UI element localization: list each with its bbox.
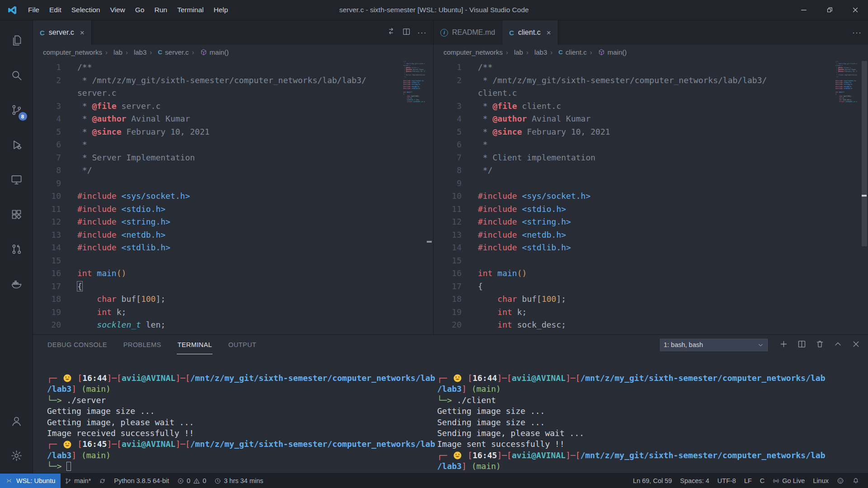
editor-scrollbar[interactable] (862, 61, 867, 246)
more-actions-icon[interactable]: ··· (417, 28, 427, 38)
code-line[interactable]: 9 (434, 177, 868, 190)
code-line[interactable]: 1/** (434, 61, 868, 74)
menu-go[interactable]: Go (130, 4, 150, 16)
terminal-line[interactable]: /lab3] (main) (47, 384, 435, 394)
terminal-line[interactable]: ┌─ [16:44]─[avii@AVINAL]─[/mnt/z/my_git/… (47, 373, 435, 384)
panel-tab-output[interactable]: OUTPUT (228, 336, 257, 354)
search-icon[interactable] (0, 58, 33, 93)
restore-button[interactable] (816, 0, 842, 20)
more-actions-icon[interactable]: ··· (852, 28, 862, 38)
terminal-line[interactable]: └─> ./client (437, 395, 864, 406)
code-line[interactable]: 19 int k; (434, 306, 868, 319)
terminal-line[interactable]: Getting image size ... (437, 406, 864, 417)
breadcrumb-symbol[interactable]: main() (192, 48, 229, 56)
open-changes-icon[interactable] (387, 27, 396, 38)
terminal-picker[interactable]: 1: bash, bash (659, 338, 769, 352)
code-line[interactable]: 10#include <sys/socket.h> (33, 190, 433, 203)
terminal-client[interactable]: ┌─ [16:44]─[avii@AVINAL]─[/mnt/z/my_git/… (437, 373, 864, 472)
maximize-panel-icon[interactable] (833, 339, 843, 351)
docker-icon[interactable] (0, 267, 33, 301)
tab-client-c[interactable]: C client.c × (502, 20, 558, 45)
code-line[interactable]: 12#include <string.h> (33, 216, 433, 229)
encoding-status[interactable]: UTF-8 (713, 477, 740, 484)
code-line[interactable]: 10#include <sys/socket.h> (434, 190, 868, 203)
code-line[interactable]: 15 (33, 254, 433, 267)
source-control-icon[interactable]: 8 (0, 93, 33, 127)
menu-selection[interactable]: Selection (66, 4, 105, 16)
breadcrumb-folder[interactable]: computer_networks (443, 48, 503, 56)
panel-tab-terminal[interactable]: TERMINAL (177, 336, 212, 354)
code-line[interactable]: 17{ (33, 280, 433, 293)
code-line[interactable]: 14#include <stdlib.h> (33, 241, 433, 254)
code-line[interactable]: server.c (33, 87, 433, 100)
explorer-icon[interactable] (0, 23, 33, 58)
code-editor-client[interactable]: 1/**2 * /mnt/z/my_git/sixth-semester/com… (434, 59, 868, 334)
code-line[interactable]: 18 char buf[100]; (33, 293, 433, 306)
code-line[interactable]: 19 int k; (33, 306, 433, 319)
accounts-icon[interactable] (0, 404, 33, 438)
tab-server-c[interactable]: C server.c × (33, 20, 92, 45)
code-line[interactable]: 11#include <stdio.h> (434, 203, 868, 216)
minimap[interactable]: /** * /mnt/z/my_git/sixth-semester/compu… (403, 61, 425, 197)
terminal-line[interactable]: Sending image size ... (437, 417, 864, 428)
terminal-line[interactable]: /lab3] (main) (47, 450, 435, 461)
code-line[interactable]: 14#include <stdlib.h> (434, 241, 868, 254)
breadcrumb-folder[interactable]: lab3 (126, 48, 146, 56)
tab-readme-md[interactable]: i README.md (434, 20, 502, 45)
sync-status[interactable] (95, 478, 110, 484)
new-terminal-icon[interactable] (779, 339, 788, 351)
problems-status[interactable]: 0 0 (173, 477, 210, 484)
terminal-line[interactable]: └─> ./server (47, 395, 435, 406)
code-line[interactable]: 18 char buf[100]; (434, 293, 868, 306)
code-line[interactable]: 6 * (434, 138, 868, 151)
code-line[interactable]: 16int main() (33, 267, 433, 280)
code-line[interactable]: 5 * @since February 10, 2021 (434, 126, 868, 139)
terminal-line[interactable]: Getting image size ... (47, 406, 435, 417)
code-line[interactable]: 8 */ (33, 164, 433, 177)
menu-view[interactable]: View (105, 4, 130, 16)
menu-terminal[interactable]: Terminal (172, 4, 209, 16)
feedback-smiley-icon[interactable] (833, 477, 848, 484)
code-line[interactable]: 3 * @file client.c (434, 100, 868, 113)
close-tab-icon[interactable]: × (80, 29, 85, 37)
code-line[interactable]: 11#include <stdio.h> (33, 203, 433, 216)
code-line[interactable]: 2 * /mnt/z/my_git/sixth-semester/compute… (33, 74, 433, 87)
code-line[interactable]: 20 int sock_desc; (434, 319, 868, 332)
terminal-line[interactable]: Sending image, please wait ... (437, 428, 864, 439)
code-line[interactable]: 15 (434, 254, 868, 267)
os-status[interactable]: Linux (809, 477, 833, 484)
panel-tab-debug-console[interactable]: DEBUG CONSOLE (47, 336, 108, 354)
terminal-line[interactable]: ┌─ [16:44]─[avii@AVINAL]─[/mnt/z/my_git/… (437, 373, 864, 384)
indentation-status[interactable]: Spaces: 4 (676, 477, 713, 484)
close-window-button[interactable] (842, 0, 868, 20)
code-line[interactable]: 4 * @author Avinal Kumar (33, 113, 433, 126)
panel-tab-problems[interactable]: PROBLEMS (123, 336, 162, 354)
code-line[interactable]: 7 * Server Implementation (33, 151, 433, 164)
github-pr-icon[interactable] (0, 232, 33, 267)
code-line[interactable]: 13#include <netdb.h> (33, 229, 433, 242)
code-line[interactable]: 8 */ (434, 164, 868, 177)
extensions-icon[interactable] (0, 197, 33, 232)
remote-explorer-icon[interactable] (0, 162, 33, 197)
code-line[interactable]: 3 * @file server.c (33, 100, 433, 113)
python-interpreter-status[interactable]: Python 3.8.5 64-bit (110, 477, 173, 484)
menu-help[interactable]: Help (209, 4, 233, 16)
terminal-line[interactable]: /lab3] (main) (437, 461, 864, 472)
terminal-line[interactable]: Image received successfully !! (47, 428, 435, 439)
breadcrumb-file[interactable]: C client.c (550, 48, 586, 56)
breadcrumb-symbol[interactable]: main() (590, 48, 627, 56)
code-time-status[interactable]: 3 hrs 34 mins (210, 477, 267, 484)
terminal-line[interactable]: Image sent successfully !! (437, 439, 864, 450)
terminal-line[interactable]: /lab3] (main) (437, 384, 864, 394)
kill-terminal-icon[interactable] (815, 339, 825, 351)
code-line[interactable]: 5 * @since February 10, 2021 (33, 126, 433, 139)
code-line[interactable]: 2 * /mnt/z/my_git/sixth-semester/compute… (434, 74, 868, 87)
menu-edit[interactable]: Edit (44, 4, 66, 16)
breadcrumb-folder[interactable]: lab (506, 48, 523, 56)
eol-status[interactable]: LF (740, 477, 756, 484)
code-line[interactable]: 4 * @author Avinal Kumar (434, 113, 868, 126)
code-line[interactable]: 16int main() (434, 267, 868, 280)
minimap[interactable]: /** * /mnt/z/my_git/sixth-semester/compu… (835, 61, 857, 197)
terminal-server[interactable]: ┌─ [16:44]─[avii@AVINAL]─[/mnt/z/my_git/… (47, 373, 435, 472)
settings-gear-icon[interactable] (0, 438, 33, 473)
